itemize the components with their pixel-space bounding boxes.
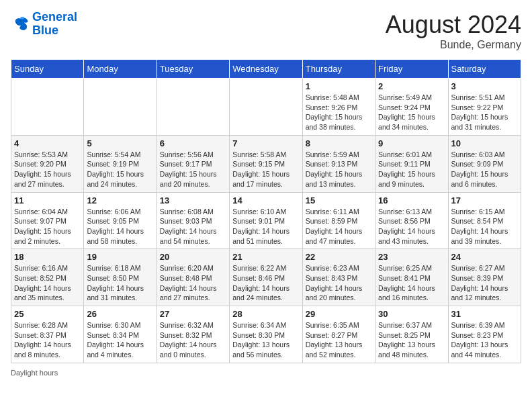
day-info: Sunrise: 6:20 AM Sunset: 8:48 PM Dayligh… <box>160 263 226 303</box>
calendar-cell: 19Sunrise: 6:18 AM Sunset: 8:50 PM Dayli… <box>84 249 157 306</box>
footer: Daylight hours <box>11 369 521 377</box>
calendar-cell: 5Sunrise: 5:54 AM Sunset: 9:19 PM Daylig… <box>84 135 157 192</box>
day-info: Sunrise: 5:56 AM Sunset: 9:17 PM Dayligh… <box>160 150 226 189</box>
day-info: Sunrise: 6:18 AM Sunset: 8:50 PM Dayligh… <box>87 263 153 303</box>
calendar-cell <box>157 79 229 136</box>
day-info: Sunrise: 6:34 AM Sunset: 8:30 PM Dayligh… <box>232 320 299 360</box>
calendar-day-header: Saturday <box>448 60 521 79</box>
calendar-cell: 10Sunrise: 6:03 AM Sunset: 9:09 PM Dayli… <box>448 135 521 192</box>
day-info: Sunrise: 5:59 AM Sunset: 9:13 PM Dayligh… <box>306 150 372 189</box>
logo-bird-icon <box>11 15 30 34</box>
calendar-cell: 14Sunrise: 6:10 AM Sunset: 9:01 PM Dayli… <box>230 192 302 249</box>
calendar-cell: 30Sunrise: 6:37 AM Sunset: 8:25 PM Dayli… <box>375 306 448 363</box>
calendar-cell: 28Sunrise: 6:34 AM Sunset: 8:30 PM Dayli… <box>230 306 302 363</box>
day-number: 3 <box>451 81 518 91</box>
day-info: Sunrise: 5:54 AM Sunset: 9:19 PM Dayligh… <box>87 150 153 189</box>
calendar-cell: 31Sunrise: 6:39 AM Sunset: 8:23 PM Dayli… <box>448 306 521 363</box>
day-number: 25 <box>14 309 81 319</box>
day-number: 17 <box>451 195 518 205</box>
day-number: 19 <box>87 252 153 262</box>
calendar-week-row: 25Sunrise: 6:28 AM Sunset: 8:37 PM Dayli… <box>11 306 521 363</box>
day-number: 14 <box>232 195 299 205</box>
title-block: August 2024 Bunde, Germany <box>386 11 521 51</box>
calendar-header-row: SundayMondayTuesdayWednesdayThursdayFrid… <box>11 60 521 79</box>
day-info: Sunrise: 6:32 AM Sunset: 8:32 PM Dayligh… <box>160 320 226 360</box>
calendar-table: SundayMondayTuesdayWednesdayThursdayFrid… <box>11 59 521 363</box>
day-number: 12 <box>87 195 153 205</box>
page-header: General Blue August 2024 Bunde, Germany <box>11 11 521 51</box>
day-info: Sunrise: 6:37 AM Sunset: 8:25 PM Dayligh… <box>378 320 445 360</box>
day-info: Sunrise: 5:48 AM Sunset: 9:26 PM Dayligh… <box>306 93 372 132</box>
month-title: August 2024 <box>386 11 521 39</box>
calendar-cell <box>84 79 157 136</box>
calendar-cell: 11Sunrise: 6:04 AM Sunset: 9:07 PM Dayli… <box>11 192 84 249</box>
calendar-cell: 1Sunrise: 5:48 AM Sunset: 9:26 PM Daylig… <box>302 79 375 136</box>
calendar-cell: 23Sunrise: 6:25 AM Sunset: 8:41 PM Dayli… <box>375 249 448 306</box>
calendar-cell: 27Sunrise: 6:32 AM Sunset: 8:32 PM Dayli… <box>157 306 229 363</box>
day-info: Sunrise: 5:58 AM Sunset: 9:15 PM Dayligh… <box>232 150 299 189</box>
calendar-cell: 15Sunrise: 6:11 AM Sunset: 8:59 PM Dayli… <box>302 192 375 249</box>
calendar-cell: 12Sunrise: 6:06 AM Sunset: 9:05 PM Dayli… <box>84 192 157 249</box>
day-info: Sunrise: 6:16 AM Sunset: 8:52 PM Dayligh… <box>14 263 81 303</box>
day-number: 5 <box>87 138 153 148</box>
day-info: Sunrise: 6:22 AM Sunset: 8:46 PM Dayligh… <box>232 263 299 303</box>
calendar-cell <box>230 79 302 136</box>
calendar-day-header: Friday <box>375 60 448 79</box>
calendar-cell: 21Sunrise: 6:22 AM Sunset: 8:46 PM Dayli… <box>230 249 302 306</box>
day-number: 11 <box>14 195 81 205</box>
day-info: Sunrise: 5:49 AM Sunset: 9:24 PM Dayligh… <box>378 93 445 132</box>
day-info: Sunrise: 6:11 AM Sunset: 8:59 PM Dayligh… <box>306 207 372 246</box>
calendar-cell: 8Sunrise: 5:59 AM Sunset: 9:13 PM Daylig… <box>302 135 375 192</box>
calendar-cell: 4Sunrise: 5:53 AM Sunset: 9:20 PM Daylig… <box>11 135 84 192</box>
day-number: 30 <box>378 309 445 319</box>
day-number: 9 <box>378 138 445 148</box>
day-info: Sunrise: 6:28 AM Sunset: 8:37 PM Dayligh… <box>14 320 81 360</box>
day-number: 26 <box>87 309 153 319</box>
day-number: 7 <box>232 138 299 148</box>
day-info: Sunrise: 6:39 AM Sunset: 8:23 PM Dayligh… <box>451 320 518 360</box>
day-number: 8 <box>306 138 372 148</box>
day-info: Sunrise: 6:08 AM Sunset: 9:03 PM Dayligh… <box>160 207 226 246</box>
calendar-cell: 13Sunrise: 6:08 AM Sunset: 9:03 PM Dayli… <box>157 192 229 249</box>
day-info: Sunrise: 6:30 AM Sunset: 8:34 PM Dayligh… <box>87 320 153 360</box>
day-info: Sunrise: 6:04 AM Sunset: 9:07 PM Dayligh… <box>14 207 81 246</box>
day-number: 16 <box>378 195 445 205</box>
day-number: 10 <box>451 138 518 148</box>
day-number: 24 <box>451 252 518 262</box>
day-number: 20 <box>160 252 226 262</box>
day-number: 1 <box>306 81 372 91</box>
day-info: Sunrise: 6:10 AM Sunset: 9:01 PM Dayligh… <box>232 207 299 246</box>
calendar-cell: 29Sunrise: 6:35 AM Sunset: 8:27 PM Dayli… <box>302 306 375 363</box>
day-number: 22 <box>306 252 372 262</box>
calendar-cell: 7Sunrise: 5:58 AM Sunset: 9:15 PM Daylig… <box>230 135 302 192</box>
calendar-day-header: Wednesday <box>230 60 302 79</box>
calendar-day-header: Monday <box>84 60 157 79</box>
calendar-cell: 24Sunrise: 6:27 AM Sunset: 8:39 PM Dayli… <box>448 249 521 306</box>
day-number: 6 <box>160 138 226 148</box>
calendar-cell: 3Sunrise: 5:51 AM Sunset: 9:22 PM Daylig… <box>448 79 521 136</box>
calendar-day-header: Thursday <box>302 60 375 79</box>
calendar-day-header: Tuesday <box>157 60 229 79</box>
day-number: 27 <box>160 309 226 319</box>
day-info: Sunrise: 5:51 AM Sunset: 9:22 PM Dayligh… <box>451 93 518 132</box>
day-number: 31 <box>451 309 518 319</box>
calendar-cell <box>11 79 84 136</box>
day-number: 28 <box>232 309 299 319</box>
day-number: 15 <box>306 195 372 205</box>
day-info: Sunrise: 6:03 AM Sunset: 9:09 PM Dayligh… <box>451 150 518 189</box>
footer-label: Daylight hours <box>11 369 58 377</box>
day-number: 13 <box>160 195 226 205</box>
calendar-cell: 16Sunrise: 6:13 AM Sunset: 8:56 PM Dayli… <box>375 192 448 249</box>
calendar-week-row: 18Sunrise: 6:16 AM Sunset: 8:52 PM Dayli… <box>11 249 521 306</box>
day-info: Sunrise: 6:15 AM Sunset: 8:54 PM Dayligh… <box>451 207 518 246</box>
day-number: 4 <box>14 138 81 148</box>
calendar-week-row: 1Sunrise: 5:48 AM Sunset: 9:26 PM Daylig… <box>11 79 521 136</box>
day-number: 23 <box>378 252 445 262</box>
day-info: Sunrise: 6:27 AM Sunset: 8:39 PM Dayligh… <box>451 263 518 303</box>
calendar-day-header: Sunday <box>11 60 84 79</box>
day-number: 2 <box>378 81 445 91</box>
logo-text: General Blue <box>32 11 77 38</box>
logo: General Blue <box>11 11 77 38</box>
day-info: Sunrise: 6:35 AM Sunset: 8:27 PM Dayligh… <box>306 320 372 360</box>
calendar-cell: 25Sunrise: 6:28 AM Sunset: 8:37 PM Dayli… <box>11 306 84 363</box>
